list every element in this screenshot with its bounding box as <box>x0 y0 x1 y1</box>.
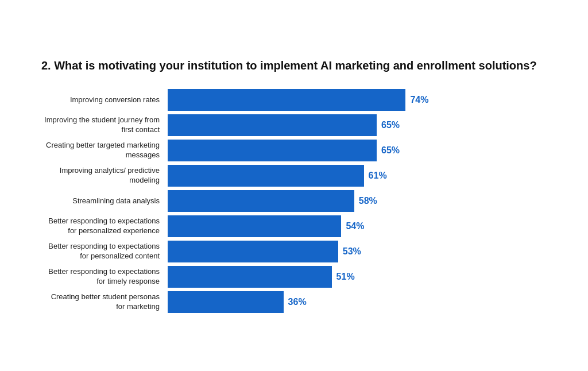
bar-percent: 74% <box>410 95 428 105</box>
bar-col: 65% <box>168 114 547 136</box>
chart-row: Better responding to expectations for ti… <box>41 266 547 288</box>
chart-row: Improving analytics/ predictive modeling… <box>41 165 547 187</box>
bar-label: Creating better student personas for mar… <box>41 292 168 312</box>
bar-label: Improving analytics/ predictive modeling <box>41 166 168 186</box>
bar-percent: 54% <box>346 221 364 231</box>
bar-label: Streamlining data analysis <box>41 196 168 206</box>
bar-percent: 51% <box>336 272 355 282</box>
bar-label: Better responding to expectations for pe… <box>41 242 168 261</box>
chart-row: Better responding to expectations for pe… <box>41 241 547 262</box>
bar-col: 58% <box>168 190 547 212</box>
bar-percent: 58% <box>359 196 377 206</box>
bar-col: 51% <box>168 266 547 288</box>
bar-col: 65% <box>168 140 547 161</box>
bar <box>168 190 354 212</box>
chart-row: Better responding to expectations for pe… <box>41 215 547 237</box>
bar-label: Better responding to expectations for ti… <box>41 267 168 287</box>
chart-container: Improving conversion rates74%Improving t… <box>41 89 547 313</box>
bar-label: Improving the student journey from first… <box>41 115 168 135</box>
bar <box>168 165 364 187</box>
bar <box>168 215 341 237</box>
bar-col: 61% <box>168 165 547 187</box>
bar-label: Creating better targeted marketing messa… <box>41 141 168 160</box>
bar-col: 54% <box>168 215 547 237</box>
chart-title: 2. What is motivating your institution t… <box>41 58 547 73</box>
chart-row: Improving conversion rates74% <box>41 89 547 111</box>
bar-percent: 53% <box>343 246 361 257</box>
chart-row: Creating better targeted marketing messa… <box>41 140 547 161</box>
bar <box>168 241 338 262</box>
bar-percent: 36% <box>288 297 307 307</box>
bar <box>168 89 405 111</box>
bar-percent: 65% <box>381 120 400 130</box>
bar-col: 36% <box>168 291 547 313</box>
chart-row: Improving the student journey from first… <box>41 114 547 136</box>
bar <box>168 291 284 313</box>
bar-percent: 61% <box>369 171 387 181</box>
bar <box>168 114 377 136</box>
chart-row: Streamlining data analysis58% <box>41 190 547 212</box>
bar <box>168 266 332 288</box>
bar-percent: 65% <box>381 145 400 156</box>
bar <box>168 140 377 161</box>
chart-card: 2. What is motivating your institution t… <box>18 37 570 334</box>
bar-col: 53% <box>168 241 547 262</box>
bar-label: Better responding to expectations for pe… <box>41 217 168 236</box>
chart-row: Creating better student personas for mar… <box>41 291 547 313</box>
bar-col: 74% <box>168 89 547 111</box>
bar-label: Improving conversion rates <box>41 95 168 105</box>
